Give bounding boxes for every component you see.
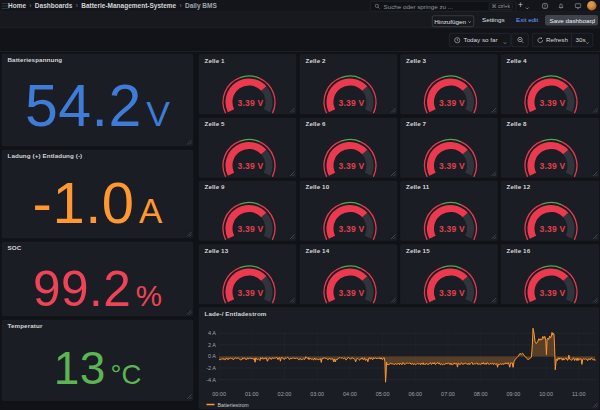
svg-text:06:00: 06:00: [408, 391, 422, 397]
svg-text:04:00: 04:00: [343, 391, 357, 397]
svg-text:3.39 V: 3.39 V: [338, 98, 364, 108]
svg-text:3.39 V: 3.39 V: [439, 288, 465, 298]
svg-text:09:00: 09:00: [507, 391, 521, 397]
svg-text:3.39 V: 3.39 V: [439, 224, 465, 234]
svg-text:4 A: 4 A: [208, 330, 216, 336]
svg-text:00:00: 00:00: [212, 391, 226, 397]
svg-text:3.39 V: 3.39 V: [237, 161, 263, 171]
svg-text:3.39 V: 3.39 V: [539, 288, 565, 298]
svg-text:07:00: 07:00: [441, 391, 455, 397]
svg-text:10:00: 10:00: [539, 391, 553, 397]
svg-text:Batteriestrom: Batteriestrom: [218, 402, 250, 408]
svg-text:01:00: 01:00: [245, 391, 259, 397]
svg-text:-4 A: -4 A: [206, 377, 216, 383]
svg-text:3.39 V: 3.39 V: [338, 224, 364, 234]
svg-text:11:00: 11:00: [572, 391, 585, 397]
svg-text:3.39 V: 3.39 V: [539, 98, 565, 108]
svg-text:3.39 V: 3.39 V: [439, 161, 465, 171]
svg-text:3.39 V: 3.39 V: [439, 98, 465, 108]
svg-text:05:00: 05:00: [376, 391, 390, 397]
svg-text:3.39 V: 3.39 V: [539, 161, 565, 171]
svg-text:02:00: 02:00: [278, 391, 292, 397]
svg-text:08:00: 08:00: [474, 391, 488, 397]
svg-text:3.39 V: 3.39 V: [338, 288, 364, 298]
svg-text:3.39 V: 3.39 V: [237, 98, 263, 108]
svg-text:3.39 V: 3.39 V: [237, 288, 263, 298]
svg-text:2 A: 2 A: [208, 342, 216, 348]
svg-text:03:00: 03:00: [310, 391, 324, 397]
svg-text:-2 A: -2 A: [206, 365, 216, 371]
svg-text:3.39 V: 3.39 V: [338, 161, 364, 171]
svg-text:3.39 V: 3.39 V: [237, 224, 263, 234]
svg-text:3.39 V: 3.39 V: [539, 224, 565, 234]
svg-text:0 A: 0 A: [208, 353, 216, 359]
